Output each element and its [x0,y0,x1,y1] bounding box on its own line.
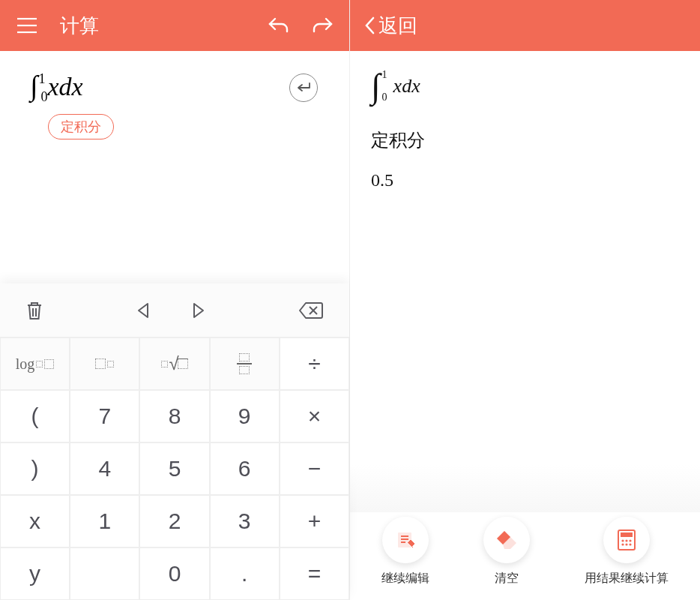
continue-edit-button[interactable]: 继续编辑 [381,517,429,586]
result-area: ∫ 10 xdx 定积分 0.5 [350,51,700,190]
svg-point-15 [629,539,631,542]
actions-row: 继续编辑 清空 用结果继续计算 [350,512,700,600]
svg-point-17 [625,543,627,545]
key-y[interactable]: y [0,548,70,600]
key-fraction[interactable] [210,338,280,390]
undo-button[interactable] [265,12,292,39]
svg-point-16 [621,543,624,545]
key-3[interactable]: 3 [210,495,280,548]
clear-button[interactable] [25,300,43,321]
key-6[interactable]: 6 [210,442,280,495]
key-multiply[interactable]: × [280,390,349,442]
eraser-icon [483,517,530,563]
svg-rect-12 [621,532,633,537]
keypad-grid: log √ ÷ ( 7 8 9 × ) 4 5 6 − x 1 2 [0,338,349,600]
key-8[interactable]: 8 [139,390,209,442]
cursor-left-button[interactable] [136,302,150,319]
expression-input-area: ∫10xdx 定积分 [0,51,349,147]
cursor-right-button[interactable] [192,302,205,319]
back-label: 返回 [378,13,417,39]
key-minus[interactable]: − [280,442,349,495]
menu-icon[interactable] [13,12,40,39]
key-dot[interactable]: . [210,548,280,600]
integral-symbol: ∫ [30,70,37,101]
backspace-button[interactable] [298,302,324,320]
result-expression: ∫ 10 xdx [371,66,685,106]
svg-point-14 [625,539,627,542]
key-power[interactable] [70,338,139,390]
calc-type-tag[interactable]: 定积分 [48,114,114,140]
edit-icon [382,517,429,563]
key-2[interactable]: 2 [139,495,209,548]
left-header: 计算 [0,0,349,51]
svg-point-18 [629,543,631,545]
result-type-label: 定积分 [371,128,685,152]
key-0[interactable]: 0 [139,548,209,600]
calculator-icon [603,517,650,563]
key-log[interactable]: log [0,338,70,390]
key-7[interactable]: 7 [70,390,139,442]
key-equals[interactable]: = [280,548,349,600]
back-button[interactable]: 返回 [363,13,417,39]
key-x[interactable]: x [0,495,70,548]
key-root[interactable]: √ [139,338,209,390]
redo-button[interactable] [309,12,336,39]
input-expression[interactable]: ∫10xdx [30,69,114,105]
result-value: 0.5 [371,170,685,190]
key-blank[interactable] [70,548,139,600]
key-9[interactable]: 9 [210,390,280,442]
continue-with-result-button[interactable]: 用结果继续计算 [585,517,669,586]
key-5[interactable]: 5 [139,442,209,495]
integral-symbol: ∫ [371,66,381,106]
key-plus[interactable]: + [280,495,349,548]
svg-point-13 [621,539,624,542]
key-rparen[interactable]: ) [0,442,70,495]
key-lparen[interactable]: ( [0,390,70,442]
submit-button[interactable] [289,74,318,102]
right-header: 返回 [350,0,700,51]
clear-result-button[interactable]: 清空 [483,517,530,586]
key-divide[interactable]: ÷ [280,338,349,390]
page-title: 计算 [60,13,99,39]
keypad: log √ ÷ ( 7 8 9 × ) 4 5 6 − x 1 2 [0,284,349,600]
key-1[interactable]: 1 [70,495,139,548]
key-4[interactable]: 4 [70,442,139,495]
